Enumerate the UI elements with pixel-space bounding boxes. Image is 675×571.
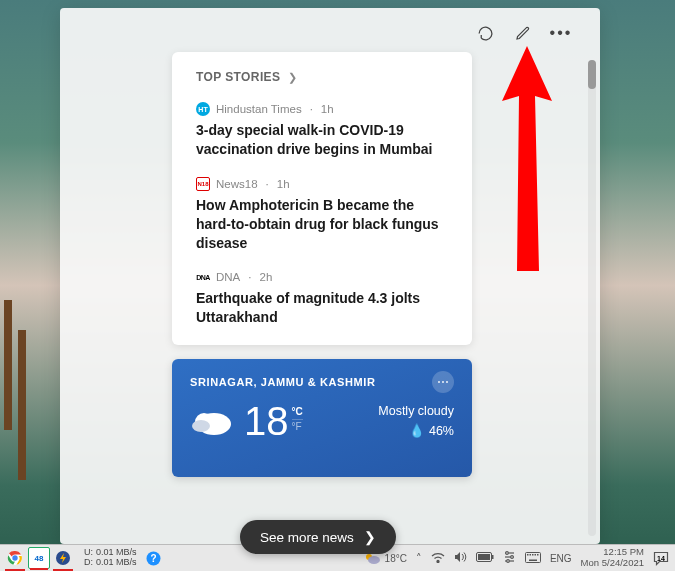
speaker-icon[interactable] (454, 551, 467, 565)
source-name: DNA (216, 271, 240, 283)
source-name: News18 (216, 178, 258, 190)
svg-point-19 (511, 556, 514, 559)
network-speed-widget[interactable]: U: D: 0.01 MB/s 0.01 MB/s (84, 548, 137, 568)
svg-point-18 (506, 552, 509, 555)
story-source-row: HT Hindustan Times 1h (196, 102, 448, 116)
weather-temperature: 18 (244, 401, 289, 441)
help-icon[interactable]: ? (143, 547, 165, 569)
notification-count: 14 (657, 555, 665, 562)
story-source-row: DNA DNA 2h (196, 270, 448, 284)
story-item[interactable]: HT Hindustan Times 1h 3-day special walk… (196, 102, 448, 159)
separator-dot (308, 103, 315, 115)
desktop-dock-decor (0, 300, 30, 520)
svg-point-10 (368, 556, 380, 564)
keyboard-icon[interactable] (525, 552, 541, 565)
clock-date: Mon 5/24/2021 (581, 558, 644, 569)
see-more-news-button[interactable]: See more news ❯ (240, 520, 396, 554)
svg-rect-25 (534, 554, 536, 556)
story-headline[interactable]: 3-day special walk-in COVID-19 vaccinati… (196, 121, 448, 159)
language-indicator[interactable]: ENG (550, 553, 572, 564)
svg-rect-24 (532, 554, 534, 556)
app-chrome[interactable] (4, 547, 26, 569)
svg-point-20 (507, 560, 510, 563)
story-source-row: N18 News18 1h (196, 177, 448, 191)
weather-more-button[interactable]: ⋯ (432, 371, 454, 393)
refresh-button[interactable] (476, 24, 494, 42)
top-stories-header[interactable]: TOP STORIES ❯ (196, 70, 448, 84)
top-stories-card: TOP STORIES ❯ HT Hindustan Times 1h 3-da… (172, 52, 472, 345)
app-thunderbolt[interactable] (52, 547, 74, 569)
taskbar-clock[interactable]: 12:15 PM Mon 5/24/2021 (581, 547, 644, 569)
source-icon-news18: N18 (196, 177, 210, 191)
source-name: Hindustan Times (216, 103, 302, 115)
panel-scrollbar[interactable] (588, 60, 596, 536)
svg-rect-23 (529, 554, 531, 556)
taskbar-weather-temp: 18°C (385, 553, 407, 564)
svg-rect-13 (492, 555, 494, 559)
unit-celsius[interactable]: °C (292, 405, 303, 419)
battery-icon[interactable] (476, 552, 494, 564)
taskbar-apps: 48 (0, 547, 74, 569)
cloud-icon (190, 404, 234, 438)
svg-point-2 (192, 420, 210, 432)
more-options-button[interactable]: ••• (552, 24, 570, 42)
edit-button[interactable] (514, 24, 532, 42)
story-item[interactable]: N18 News18 1h How Amphotericin B became … (196, 177, 448, 253)
see-more-label: See more news (260, 530, 354, 545)
svg-point-11 (437, 560, 439, 562)
weather-condition: Mostly cloudy (378, 401, 454, 421)
svg-point-5 (12, 555, 17, 560)
story-item[interactable]: DNA DNA 2h Earthquake of magnitude 4.3 j… (196, 270, 448, 327)
news-interests-panel: ••• TOP STORIES ❯ HT Hindustan Times 1h … (60, 8, 600, 544)
chevron-right-icon: ❯ (364, 529, 376, 545)
source-icon-hindustan-times: HT (196, 102, 210, 116)
svg-text:?: ? (150, 553, 156, 564)
story-age: 1h (277, 178, 290, 190)
app-mail[interactable]: 48 (28, 547, 50, 569)
separator-dot (264, 178, 271, 190)
chevron-right-icon: ❯ (288, 71, 297, 84)
section-title: TOP STORIES (196, 70, 280, 84)
story-age: 2h (259, 271, 272, 283)
svg-rect-22 (527, 554, 529, 556)
action-center-icon[interactable]: 14 (653, 550, 669, 566)
weather-location: SRINAGAR, JAMMU & KASHMIR (190, 376, 376, 388)
separator-dot (246, 271, 253, 283)
story-age: 1h (321, 103, 334, 115)
svg-rect-27 (529, 559, 537, 561)
unit-fahrenheit[interactable]: °F (292, 419, 303, 434)
system-tray: 18°C ˄ ENG 12:15 PM Mon 5/24/2021 14 (363, 547, 675, 569)
panel-toolbar: ••• (60, 8, 600, 52)
weather-card[interactable]: SRINAGAR, JAMMU & KASHMIR ⋯ 18 °C °F Mos… (172, 359, 472, 477)
tray-chevron-up-icon[interactable]: ˄ (416, 552, 422, 565)
wifi-icon[interactable] (431, 552, 445, 565)
weather-humidity: 💧 46% (378, 421, 454, 441)
control-panel-icon[interactable] (503, 551, 516, 565)
story-headline[interactable]: How Amphotericin B became the hard-to-ob… (196, 196, 448, 253)
svg-rect-14 (478, 554, 490, 560)
source-icon-dna: DNA (196, 270, 210, 284)
story-headline[interactable]: Earthquake of magnitude 4.3 jolts Uttara… (196, 289, 448, 327)
svg-rect-26 (537, 554, 539, 556)
